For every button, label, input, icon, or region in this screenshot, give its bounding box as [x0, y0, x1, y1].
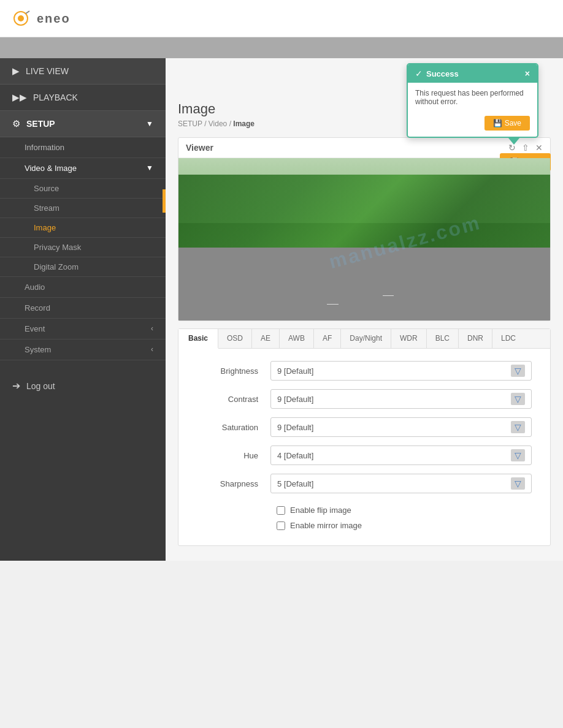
live-view-label: LIVE VIEW	[26, 66, 69, 76]
setup-label: SETUP	[26, 119, 55, 129]
sidebar: ▶ LIVE VIEW ▶▶ PLAYBACK ⚙ SETUP ▼ Inform…	[0, 58, 166, 561]
brightness-label: Brightness	[197, 366, 270, 376]
contrast-dropdown-icon: ▽	[511, 393, 525, 405]
mirror-image-label: Enable mirror image	[290, 521, 362, 530]
sidebar-sub-image[interactable]: Image	[0, 218, 166, 238]
playback-icon: ▶▶	[12, 92, 27, 103]
hue-dropdown-icon: ▽	[511, 449, 525, 461]
video-image-chevron-icon: ▼	[146, 164, 153, 173]
logo: eneo	[12, 9, 551, 28]
hue-label: Hue	[197, 451, 270, 460]
flip-checkbox-row: Enable flip image	[197, 506, 532, 515]
playback-label: PLAYBACK	[33, 93, 78, 102]
close-viewer-icon[interactable]: ✕	[535, 143, 543, 153]
sharpness-label: Sharpness	[197, 479, 270, 488]
mirror-image-checkbox[interactable]	[277, 521, 285, 530]
sidebar-sub-record[interactable]: Record	[0, 298, 166, 319]
event-chevron-icon: ‹	[151, 324, 153, 333]
contrast-row: Contrast 9 [Default] ▽	[197, 389, 532, 409]
popup-close-icon[interactable]: ×	[525, 69, 530, 78]
tab-ldc[interactable]: LDC	[492, 329, 524, 348]
setup-icon: ⚙	[12, 118, 20, 129]
svg-point-1	[18, 15, 24, 21]
sidebar-sub-source[interactable]: Source	[0, 179, 166, 199]
nav-bar	[0, 37, 563, 58]
settings-panel: Basic OSD AE AWB AF Day/Night WD	[178, 328, 551, 546]
content-area: ✓ Success × This request has been perfor…	[166, 58, 563, 561]
tab-blc[interactable]: BLC	[427, 329, 459, 348]
tab-wdr[interactable]: WDR	[391, 329, 427, 348]
flip-image-checkbox[interactable]	[277, 506, 285, 515]
brightness-row: Brightness 9 [Default] ▽	[197, 361, 532, 381]
tab-awb[interactable]: AWB	[280, 329, 314, 348]
contrast-label: Contrast	[197, 395, 270, 404]
tab-af[interactable]: AF	[314, 329, 341, 348]
saturation-value: 9 [Default]	[277, 423, 313, 432]
breadcrumb-setup: SETUP	[178, 119, 202, 128]
sidebar-sub-privacy-mask[interactable]: Privacy Mask	[0, 238, 166, 257]
flip-image-label: Enable flip image	[290, 506, 351, 515]
logout-label: Log out	[26, 381, 55, 391]
sidebar-sub-digital-zoom[interactable]: Digital Zoom	[0, 257, 166, 277]
saturation-dropdown-icon: ▽	[511, 421, 525, 433]
viewer-title: Viewer	[186, 143, 213, 153]
logout-icon: ➔	[12, 380, 20, 392]
sharpness-control[interactable]: 5 [Default] ▽	[270, 474, 532, 493]
live-view-icon: ▶	[12, 66, 20, 77]
saturation-row: Saturation 9 [Default] ▽	[197, 417, 532, 437]
sidebar-sub-event[interactable]: Event ‹	[0, 319, 166, 339]
success-check-icon: ✓	[415, 69, 423, 78]
tab-basic[interactable]: Basic	[178, 329, 218, 349]
contrast-control[interactable]: 9 [Default] ▽	[270, 389, 532, 409]
tab-ae[interactable]: AE	[252, 329, 280, 348]
saturation-control[interactable]: 9 [Default] ▽	[270, 417, 532, 437]
brightness-value: 9 [Default]	[277, 366, 313, 376]
breadcrumb-video: Video	[209, 119, 227, 128]
hue-value: 4 [Default]	[277, 451, 313, 460]
tab-osd[interactable]: OSD	[218, 329, 252, 348]
popup-arrow	[508, 137, 520, 145]
tab-dnr[interactable]: DNR	[459, 329, 492, 348]
popup-save-disk-icon: 💾	[493, 119, 502, 127]
tabs-bar: Basic OSD AE AWB AF Day/Night WD	[178, 329, 550, 349]
contrast-value: 9 [Default]	[277, 395, 313, 404]
sidebar-item-playback[interactable]: ▶▶ PLAYBACK	[0, 85, 166, 111]
settings-content: Brightness 9 [Default] ▽ Contrast 9 [Def…	[178, 349, 550, 545]
setup-chevron-icon: ▼	[146, 119, 153, 128]
sidebar-sub-audio[interactable]: Audio	[0, 277, 166, 298]
sidebar-sub-system[interactable]: System ‹	[0, 339, 166, 360]
success-popup: ✓ Success × This request has been perfor…	[407, 63, 538, 138]
sidebar-logout[interactable]: ➔ Log out	[0, 373, 166, 399]
mirror-checkbox-row: Enable mirror image	[197, 521, 532, 530]
brightness-dropdown-icon: ▽	[511, 365, 525, 377]
hue-control[interactable]: 4 [Default] ▽	[270, 446, 532, 465]
hue-row: Hue 4 [Default] ▽	[197, 446, 532, 465]
breadcrumb-current: Image	[233, 119, 255, 128]
sidebar-sub-video-image[interactable]: Video & Image ▼	[0, 158, 166, 179]
viewer-header: Viewer ↻ ⇧ ✕	[178, 138, 550, 158]
tab-day-night[interactable]: Day/Night	[341, 329, 391, 348]
sidebar-item-live-view[interactable]: ▶ LIVE VIEW	[0, 58, 166, 85]
popup-title: Success	[426, 69, 459, 78]
camera-feed: manualzz.com	[178, 158, 550, 320]
popup-header: ✓ Success ×	[408, 64, 537, 83]
sidebar-sub-stream[interactable]: Stream	[0, 199, 166, 218]
active-indicator	[163, 189, 166, 213]
system-chevron-icon: ‹	[151, 345, 153, 354]
saturation-label: Saturation	[197, 423, 270, 432]
sidebar-item-setup[interactable]: ⚙ SETUP ▼	[0, 111, 166, 137]
sharpness-dropdown-icon: ▽	[511, 477, 525, 490]
popup-save-button[interactable]: 💾 Save	[484, 116, 530, 131]
eneo-logo-icon	[12, 9, 32, 28]
sharpness-value: 5 [Default]	[277, 479, 313, 488]
logo-text: eneo	[37, 12, 71, 26]
popup-message: This request has been performed without …	[408, 83, 537, 112]
brightness-control[interactable]: 9 [Default] ▽	[270, 361, 532, 381]
viewer-panel: Viewer ↻ ⇧ ✕ manualzz.com	[178, 137, 551, 321]
sharpness-row: Sharpness 5 [Default] ▽	[197, 474, 532, 493]
sidebar-sub-information[interactable]: Information	[0, 137, 166, 158]
expand-icon[interactable]: ⇧	[522, 143, 529, 153]
